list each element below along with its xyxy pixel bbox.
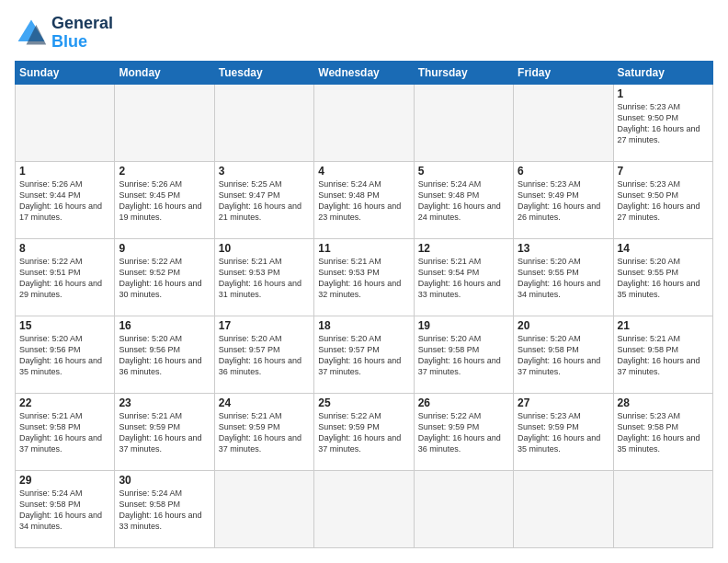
calendar-cell <box>214 470 313 547</box>
calendar-week-3: 15Sunrise: 5:20 AMSunset: 9:56 PMDayligh… <box>16 316 713 393</box>
cell-info: Sunrise: 5:21 AMSunset: 9:54 PMDaylight:… <box>418 256 509 301</box>
calendar-cell: 13Sunrise: 5:20 AMSunset: 9:55 PMDayligh… <box>514 238 613 316</box>
day-header-wednesday: Wednesday <box>314 61 414 84</box>
calendar-cell: 18Sunrise: 5:20 AMSunset: 9:57 PMDayligh… <box>314 316 414 393</box>
cell-info: Sunrise: 5:21 AMSunset: 9:58 PMDaylight:… <box>618 333 709 378</box>
day-number: 14 <box>618 242 709 255</box>
cell-info: Sunrise: 5:23 AMSunset: 9:50 PMDaylight:… <box>618 101 709 146</box>
cell-info: Sunrise: 5:24 AMSunset: 9:58 PMDaylight:… <box>19 488 110 533</box>
calendar-cell: 25Sunrise: 5:22 AMSunset: 9:59 PMDayligh… <box>314 393 414 470</box>
day-number: 17 <box>219 319 310 332</box>
calendar-cell <box>414 470 513 547</box>
day-number: 25 <box>318 396 409 409</box>
day-number: 12 <box>418 242 509 255</box>
day-number: 8 <box>19 242 110 255</box>
cell-info: Sunrise: 5:23 AMSunset: 9:59 PMDaylight:… <box>518 410 609 455</box>
page: General Blue SundayMondayTuesdayWednesda… <box>0 0 728 563</box>
day-number: 27 <box>518 396 609 409</box>
calendar-cell <box>514 470 613 547</box>
day-number: 3 <box>219 165 310 178</box>
calendar-table: SundayMondayTuesdayWednesdayThursdayFrid… <box>15 61 713 548</box>
calendar-cell <box>214 84 313 161</box>
cell-info: Sunrise: 5:21 AMSunset: 9:58 PMDaylight:… <box>19 410 110 455</box>
cell-info: Sunrise: 5:23 AMSunset: 9:50 PMDaylight:… <box>618 178 709 224</box>
calendar-cell: 23Sunrise: 5:21 AMSunset: 9:59 PMDayligh… <box>115 393 214 470</box>
logo-text-blue: Blue <box>51 33 113 52</box>
calendar-cell: 14Sunrise: 5:20 AMSunset: 9:55 PMDayligh… <box>613 238 712 316</box>
cell-info: Sunrise: 5:20 AMSunset: 9:55 PMDaylight:… <box>618 256 709 301</box>
calendar-cell: 9Sunrise: 5:22 AMSunset: 9:52 PMDaylight… <box>115 238 214 316</box>
calendar-cell: 20Sunrise: 5:20 AMSunset: 9:58 PMDayligh… <box>514 316 613 393</box>
calendar-cell: 1Sunrise: 5:23 AMSunset: 9:50 PMDaylight… <box>613 84 712 161</box>
calendar-cell: 7Sunrise: 5:23 AMSunset: 9:50 PMDaylight… <box>613 161 712 238</box>
cell-info: Sunrise: 5:20 AMSunset: 9:55 PMDaylight:… <box>518 256 609 301</box>
day-header-friday: Friday <box>514 61 613 84</box>
calendar-week-5: 29Sunrise: 5:24 AMSunset: 9:58 PMDayligh… <box>16 470 713 547</box>
cell-info: Sunrise: 5:21 AMSunset: 9:59 PMDaylight:… <box>219 410 310 455</box>
calendar-cell: 30Sunrise: 5:24 AMSunset: 9:58 PMDayligh… <box>115 470 214 547</box>
calendar-cell <box>16 84 115 161</box>
calendar-cell <box>115 84 214 161</box>
calendar-header: SundayMondayTuesdayWednesdayThursdayFrid… <box>16 61 713 84</box>
calendar-cell: 8Sunrise: 5:22 AMSunset: 9:51 PMDaylight… <box>16 238 115 316</box>
day-header-sunday: Sunday <box>16 61 115 84</box>
calendar-cell <box>314 470 414 547</box>
day-number: 29 <box>19 474 110 487</box>
calendar-cell <box>414 84 513 161</box>
calendar-cell: 28Sunrise: 5:23 AMSunset: 9:58 PMDayligh… <box>613 393 712 470</box>
day-number: 7 <box>618 165 709 178</box>
calendar-cell: 3Sunrise: 5:25 AMSunset: 9:47 PMDaylight… <box>214 161 313 238</box>
calendar-cell: 16Sunrise: 5:20 AMSunset: 9:56 PMDayligh… <box>115 316 214 393</box>
day-number: 9 <box>119 242 210 255</box>
cell-info: Sunrise: 5:20 AMSunset: 9:58 PMDaylight:… <box>518 333 609 378</box>
day-number: 1 <box>19 165 110 178</box>
day-number: 15 <box>19 319 110 332</box>
day-number: 23 <box>119 396 210 409</box>
calendar-cell: 21Sunrise: 5:21 AMSunset: 9:58 PMDayligh… <box>613 316 712 393</box>
cell-info: Sunrise: 5:20 AMSunset: 9:57 PMDaylight:… <box>318 333 409 378</box>
calendar-cell: 2Sunrise: 5:26 AMSunset: 9:45 PMDaylight… <box>115 161 214 238</box>
logo-text-general: General <box>51 15 113 33</box>
logo-icon <box>15 17 48 50</box>
calendar-cell: 24Sunrise: 5:21 AMSunset: 9:59 PMDayligh… <box>214 393 313 470</box>
day-number: 4 <box>318 165 409 178</box>
cell-info: Sunrise: 5:24 AMSunset: 9:48 PMDaylight:… <box>418 178 509 224</box>
day-number: 24 <box>219 396 310 409</box>
cell-info: Sunrise: 5:26 AMSunset: 9:45 PMDaylight:… <box>119 178 210 224</box>
calendar-cell: 17Sunrise: 5:20 AMSunset: 9:57 PMDayligh… <box>214 316 313 393</box>
calendar-cell: 1Sunrise: 5:26 AMSunset: 9:44 PMDaylight… <box>16 161 115 238</box>
day-number: 26 <box>418 396 509 409</box>
cell-info: Sunrise: 5:21 AMSunset: 9:53 PMDaylight:… <box>318 256 409 301</box>
day-number: 22 <box>19 396 110 409</box>
day-number: 16 <box>119 319 210 332</box>
calendar-cell: 19Sunrise: 5:20 AMSunset: 9:58 PMDayligh… <box>414 316 513 393</box>
calendar-cell: 4Sunrise: 5:24 AMSunset: 9:48 PMDaylight… <box>314 161 414 238</box>
cell-info: Sunrise: 5:20 AMSunset: 9:56 PMDaylight:… <box>119 333 210 378</box>
day-number: 28 <box>618 396 709 409</box>
cell-info: Sunrise: 5:22 AMSunset: 9:59 PMDaylight:… <box>318 410 409 455</box>
day-number: 21 <box>618 319 709 332</box>
cell-info: Sunrise: 5:26 AMSunset: 9:44 PMDaylight:… <box>19 178 110 224</box>
cell-info: Sunrise: 5:24 AMSunset: 9:48 PMDaylight:… <box>318 178 409 224</box>
day-number: 20 <box>518 319 609 332</box>
day-number: 6 <box>518 165 609 178</box>
cell-info: Sunrise: 5:20 AMSunset: 9:58 PMDaylight:… <box>418 333 509 378</box>
calendar-cell: 10Sunrise: 5:21 AMSunset: 9:53 PMDayligh… <box>214 238 313 316</box>
cell-info: Sunrise: 5:24 AMSunset: 9:58 PMDaylight:… <box>119 488 210 533</box>
calendar-cell <box>314 84 414 161</box>
calendar-cell: 26Sunrise: 5:22 AMSunset: 9:59 PMDayligh… <box>414 393 513 470</box>
day-number: 30 <box>119 474 210 487</box>
day-header-saturday: Saturday <box>613 61 712 84</box>
cell-info: Sunrise: 5:22 AMSunset: 9:52 PMDaylight:… <box>119 256 210 301</box>
cell-info: Sunrise: 5:25 AMSunset: 9:47 PMDaylight:… <box>219 178 310 224</box>
day-number: 19 <box>418 319 509 332</box>
cell-info: Sunrise: 5:23 AMSunset: 9:58 PMDaylight:… <box>618 410 709 455</box>
calendar-cell: 22Sunrise: 5:21 AMSunset: 9:58 PMDayligh… <box>16 393 115 470</box>
calendar-cell: 6Sunrise: 5:23 AMSunset: 9:49 PMDaylight… <box>514 161 613 238</box>
cell-info: Sunrise: 5:20 AMSunset: 9:57 PMDaylight:… <box>219 333 310 378</box>
calendar-cell: 5Sunrise: 5:24 AMSunset: 9:48 PMDaylight… <box>414 161 513 238</box>
calendar-cell: 11Sunrise: 5:21 AMSunset: 9:53 PMDayligh… <box>314 238 414 316</box>
calendar-week-1: 1Sunrise: 5:26 AMSunset: 9:44 PMDaylight… <box>16 161 713 238</box>
day-header-monday: Monday <box>115 61 214 84</box>
cell-info: Sunrise: 5:20 AMSunset: 9:56 PMDaylight:… <box>19 333 110 378</box>
